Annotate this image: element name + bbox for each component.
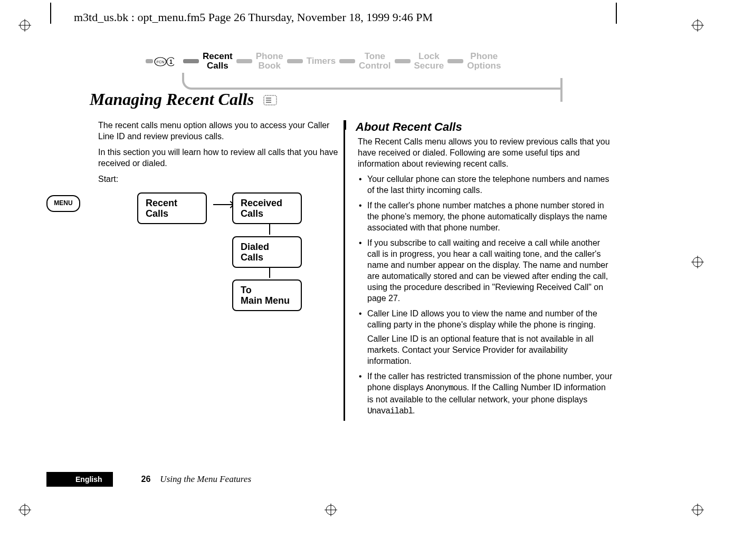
crop-mark-icon — [18, 19, 31, 32]
connector-line — [269, 224, 270, 235]
crop-mark-icon — [691, 256, 704, 268]
section-rule — [344, 120, 345, 421]
page-footer: English 26 Using the Menu Features — [46, 472, 251, 487]
bullet-list: Your cellular phone can store the teleph… — [358, 173, 614, 417]
section-title: Using the Menu Features — [160, 472, 251, 487]
bullet-item: If the caller has restricted transmissio… — [358, 371, 614, 417]
nav-separator — [339, 59, 355, 63]
page-heading: Managing Recent Calls — [90, 90, 277, 111]
crop-mark-icon — [691, 19, 704, 32]
bullet-item: Your cellular phone can store the teleph… — [358, 173, 614, 196]
bullet-extra: Caller Line ID is an optional feature th… — [367, 333, 614, 366]
nav-item: LockSecure — [414, 52, 444, 71]
right-column: About Recent Calls The Recent Calls menu… — [351, 120, 614, 421]
bullet-item: If you subscribe to call waiting and rec… — [358, 237, 614, 304]
nav-item: PhoneBook — [256, 52, 283, 71]
nav-item: RecentCalls — [203, 52, 233, 71]
tree-node-root: RecentCalls — [137, 192, 207, 224]
bullet-item: Caller Line ID allows you to view the na… — [358, 308, 614, 366]
svg-text:1: 1 — [169, 59, 173, 65]
nav-separator — [236, 59, 252, 63]
section-rule-thick — [344, 120, 346, 130]
nav-loop-line — [182, 73, 560, 90]
tree-node: ToMain Menu — [232, 279, 302, 311]
svg-text:FCN: FCN — [157, 60, 164, 64]
document-header-filename: m3td_us.bk : opt_menu.fm5 Page 26 Thursd… — [74, 11, 433, 24]
fcn-1-key-icon: FCN 1 — [146, 55, 174, 69]
nav-separator — [183, 59, 199, 63]
subheading: About Recent Calls — [356, 120, 614, 134]
crop-mark-icon — [691, 504, 704, 516]
nav-item: ToneControl — [359, 52, 390, 71]
menu-navigation-bar: FCN 1 RecentCallsPhoneBookTimersToneCont… — [121, 45, 559, 88]
nav-separator — [447, 59, 463, 63]
connector-line — [213, 204, 232, 205]
lead-paragraph: The Recent Calls menu allows you to revi… — [358, 136, 614, 169]
nav-item: PhoneOptions — [467, 52, 501, 71]
tree-node: ReceivedCalls — [232, 192, 302, 224]
display-text: Unavailabl — [367, 407, 413, 416]
language-badge: English — [46, 472, 113, 487]
nav-separator — [287, 59, 303, 63]
trim-line — [616, 3, 617, 24]
svg-rect-18 — [146, 59, 153, 63]
crop-mark-icon — [18, 504, 31, 516]
trim-line — [50, 3, 51, 24]
recent-calls-icon — [263, 91, 277, 111]
page-number: 26 — [141, 472, 151, 487]
connector-line — [269, 267, 270, 278]
crop-mark-icon — [325, 504, 337, 516]
bullet-item: If the caller's phone number matches a p… — [358, 200, 614, 233]
nav-separator — [395, 59, 411, 63]
menu-key-icon: MENU — [46, 195, 80, 212]
tree-node: DialedCalls — [232, 236, 302, 268]
display-text: Anonymous — [426, 383, 466, 393]
intro-text: The recent calls menu option allows you … — [98, 120, 341, 189]
nav-item: Timers — [307, 56, 336, 66]
